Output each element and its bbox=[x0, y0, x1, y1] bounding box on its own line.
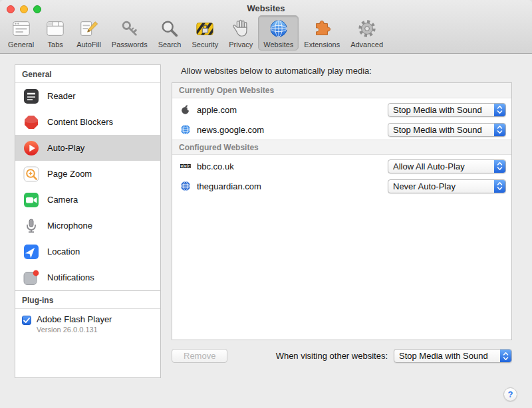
popup-value: Stop Media with Sound bbox=[388, 105, 494, 115]
title-toolbar: Websites General Tabs AutoFill bbox=[0, 0, 532, 54]
sidebar-item-label: Microphone bbox=[47, 221, 92, 231]
microphone-icon bbox=[23, 218, 39, 234]
page-zoom-icon bbox=[23, 166, 39, 182]
popup-stepper-icon bbox=[494, 104, 505, 116]
sidebar-section-plugins: Plug-ins Adobe Flash Player Version 26.0… bbox=[15, 290, 160, 339]
tab-label: Security bbox=[192, 41, 218, 49]
popup-value: Stop Media with Sound bbox=[394, 351, 500, 361]
svg-text:B: B bbox=[184, 164, 187, 168]
tab-label: Search bbox=[158, 41, 182, 49]
tab-autofill[interactable]: AutoFill bbox=[71, 15, 106, 51]
passwords-icon bbox=[119, 18, 140, 39]
security-icon bbox=[194, 18, 215, 39]
sidebar-item-adobe-flash-player[interactable]: Adobe Flash Player Version 26.0.0.131 bbox=[15, 309, 160, 339]
autoplay-icon bbox=[23, 140, 39, 156]
panel-description: Allow websites below to automatically pl… bbox=[181, 66, 512, 76]
other-websites-select[interactable]: Stop Media with Sound bbox=[394, 349, 512, 363]
tab-advanced[interactable]: Advanced bbox=[345, 15, 388, 51]
sidebar-section-header-plugins: Plug-ins bbox=[15, 291, 160, 309]
sidebar-item-label: Page Zoom bbox=[47, 169, 92, 179]
content-area: General Reader Content Blockers Auto-Pla… bbox=[0, 54, 532, 408]
sidebar-item-page-zoom[interactable]: Page Zoom bbox=[15, 161, 160, 187]
site-name: theguardian.com bbox=[197, 181, 388, 191]
reader-icon bbox=[23, 88, 39, 104]
globe-favicon bbox=[180, 181, 191, 191]
websites-icon bbox=[268, 18, 289, 39]
sidebar-item-label: Camera bbox=[47, 195, 78, 205]
remove-button[interactable]: Remove bbox=[172, 349, 227, 363]
popup-stepper-icon bbox=[494, 180, 505, 193]
other-websites-label: When visiting other websites: bbox=[276, 351, 394, 361]
tab-security[interactable]: Security bbox=[186, 15, 223, 51]
tab-label: Privacy bbox=[229, 41, 253, 49]
tab-label: Advanced bbox=[350, 41, 383, 49]
camera-icon bbox=[23, 192, 39, 208]
tab-label: General bbox=[8, 41, 34, 49]
extensions-icon bbox=[311, 18, 332, 39]
tab-general[interactable]: General bbox=[3, 15, 39, 51]
tab-search[interactable]: Search bbox=[153, 15, 187, 51]
preferences-toolbar: General Tabs AutoFill Passwords bbox=[3, 15, 388, 51]
sidebar: General Reader Content Blockers Auto-Pla… bbox=[15, 64, 161, 378]
sidebar-item-label: Notifications bbox=[47, 272, 94, 282]
tab-label: AutoFill bbox=[76, 41, 101, 49]
popup-stepper-icon bbox=[494, 124, 505, 136]
globe-favicon bbox=[180, 124, 191, 135]
sidebar-item-microphone[interactable]: Microphone bbox=[15, 213, 160, 239]
popup-value: Never Auto-Play bbox=[388, 181, 494, 191]
autoplay-settings-panel: Allow websites below to automatically pl… bbox=[172, 64, 512, 363]
websites-list: Currently Open Websites apple.com Stop M… bbox=[172, 82, 512, 340]
apple-favicon bbox=[180, 104, 191, 115]
autoplay-policy-select[interactable]: Stop Media with Sound bbox=[388, 103, 506, 117]
autoplay-policy-select[interactable]: Stop Media with Sound bbox=[388, 123, 506, 137]
sidebar-item-content-blockers[interactable]: Content Blockers bbox=[15, 109, 160, 135]
site-row-apple[interactable]: apple.com Stop Media with Sound bbox=[172, 100, 511, 120]
tab-passwords[interactable]: Passwords bbox=[106, 15, 153, 51]
tab-extensions[interactable]: Extensions bbox=[299, 15, 345, 51]
notifications-icon bbox=[23, 270, 39, 286]
sidebar-item-camera[interactable]: Camera bbox=[15, 187, 160, 213]
panel-footer: Remove When visiting other websites: Sto… bbox=[172, 349, 512, 363]
tab-label: Passwords bbox=[112, 41, 148, 49]
site-name: apple.com bbox=[197, 105, 388, 115]
popup-stepper-icon bbox=[500, 350, 511, 362]
flash-enabled-checkbox[interactable] bbox=[22, 316, 31, 325]
plugin-version: Version 26.0.0.131 bbox=[37, 326, 112, 334]
site-row-bbc[interactable]: BBC bbc.co.uk Allow All Auto-Play bbox=[172, 156, 511, 176]
tab-label: Tabs bbox=[48, 41, 63, 49]
privacy-icon bbox=[230, 18, 251, 39]
site-name: news.google.com bbox=[197, 125, 388, 135]
sidebar-section-header-general: General bbox=[15, 65, 160, 83]
sidebar-item-label: Content Blockers bbox=[47, 117, 113, 127]
tab-websites[interactable]: Websites bbox=[258, 15, 299, 51]
tab-privacy[interactable]: Privacy bbox=[223, 15, 258, 51]
safari-preferences-window: Websites General Tabs AutoFill bbox=[0, 0, 532, 408]
sidebar-item-reader[interactable]: Reader bbox=[15, 83, 160, 109]
sidebar-item-label: Reader bbox=[47, 91, 76, 101]
autoplay-policy-select[interactable]: Allow All Auto-Play bbox=[388, 159, 506, 173]
tab-label: Extensions bbox=[304, 41, 340, 49]
sidebar-item-label: Auto-Play bbox=[47, 143, 84, 153]
tab-tabs[interactable]: Tabs bbox=[39, 15, 71, 51]
popup-stepper-icon bbox=[494, 160, 505, 173]
help-button[interactable]: ? bbox=[503, 387, 517, 401]
bbc-favicon: BBC bbox=[180, 161, 191, 171]
site-row-news-google[interactable]: news.google.com Stop Media with Sound bbox=[172, 120, 511, 140]
general-icon bbox=[11, 18, 32, 39]
sidebar-item-location[interactable]: Location bbox=[15, 239, 160, 264]
sidebar-item-auto-play[interactable]: Auto-Play bbox=[15, 135, 160, 161]
search-icon bbox=[159, 18, 180, 39]
window-title: Websites bbox=[0, 3, 532, 13]
group-header-configured: Configured Websites bbox=[172, 140, 511, 155]
content-blockers-icon bbox=[23, 114, 39, 130]
sidebar-item-label: Location bbox=[47, 247, 80, 256]
tab-label: Websites bbox=[263, 41, 293, 49]
sidebar-item-notifications[interactable]: Notifications bbox=[15, 264, 160, 290]
group-header-currently-open: Currently Open Websites bbox=[172, 83, 511, 98]
autoplay-policy-select[interactable]: Never Auto-Play bbox=[388, 179, 506, 193]
site-row-guardian[interactable]: theguardian.com Never Auto-Play bbox=[172, 176, 511, 196]
site-name: bbc.co.uk bbox=[197, 161, 388, 171]
svg-text:B: B bbox=[180, 164, 183, 168]
plugin-name: Adobe Flash Player bbox=[37, 314, 112, 324]
popup-value: Allow All Auto-Play bbox=[388, 161, 494, 171]
